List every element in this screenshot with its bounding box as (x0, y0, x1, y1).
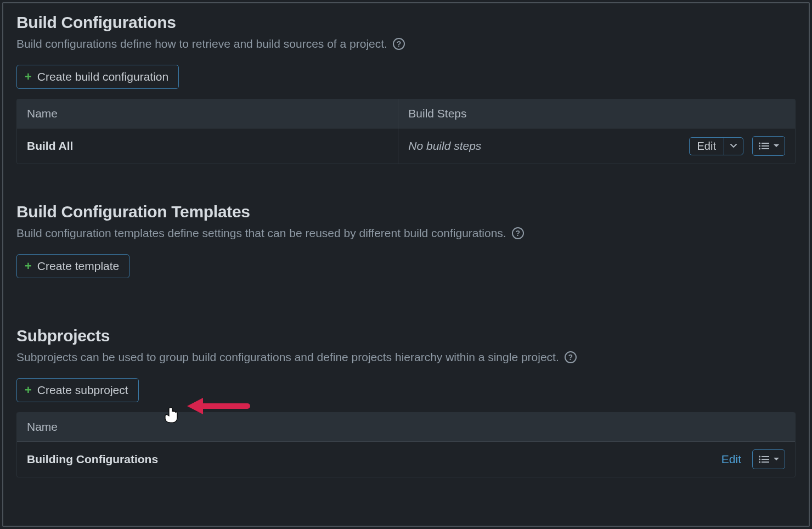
table-row: Build All No build steps Edit (17, 128, 796, 164)
caret-down-icon (774, 457, 779, 462)
build-configurations-title: Build Configurations (16, 13, 796, 32)
svg-point-0 (759, 142, 760, 144)
table-row: Building Configurations Edit (17, 442, 796, 477)
svg-rect-7 (762, 456, 769, 457)
create-subproject-button[interactable]: + Create subproject (16, 378, 139, 402)
list-icon (758, 139, 769, 153)
templates-desc: Build configuration templates define set… (16, 227, 506, 240)
edit-split-button[interactable]: Edit (689, 137, 743, 155)
chevron-down-icon (730, 143, 737, 149)
caret-down-icon (774, 144, 779, 148)
subprojects-title: Subprojects (16, 327, 796, 345)
edit-button[interactable]: Edit (690, 138, 724, 155)
create-build-configuration-button[interactable]: + Create build configuration (16, 65, 179, 89)
help-icon[interactable]: ? (393, 38, 405, 50)
svg-rect-5 (762, 148, 769, 149)
column-header-build-steps: Build Steps (398, 99, 796, 128)
help-icon[interactable]: ? (512, 227, 524, 239)
build-configurations-table: Name Build Steps Build All No build step… (16, 99, 796, 164)
svg-rect-11 (762, 462, 769, 463)
subprojects-desc: Subprojects can be used to group build c… (16, 351, 559, 364)
create-build-configuration-label: Create build configuration (37, 70, 168, 83)
templates-title: Build Configuration Templates (16, 202, 796, 221)
svg-point-2 (759, 145, 760, 147)
plus-icon: + (25, 71, 32, 83)
svg-point-10 (759, 461, 760, 463)
help-icon[interactable]: ? (565, 351, 577, 363)
plus-icon: + (25, 260, 32, 272)
svg-point-4 (759, 148, 760, 149)
build-configurations-section: Build Configurations Build configuration… (16, 13, 796, 164)
reorder-menu-button[interactable] (752, 449, 785, 469)
create-template-button[interactable]: + Create template (16, 254, 129, 278)
create-subproject-label: Create subproject (37, 384, 128, 397)
subprojects-section: Subprojects Subprojects can be used to g… (16, 327, 796, 477)
subproject-name[interactable]: Building Configurations (27, 453, 158, 466)
reorder-menu-button[interactable] (752, 136, 785, 156)
edit-link[interactable]: Edit (721, 453, 741, 466)
plus-icon: + (25, 384, 32, 396)
edit-dropdown-caret[interactable] (724, 138, 743, 155)
svg-point-8 (759, 458, 760, 460)
svg-point-6 (759, 455, 760, 457)
create-template-label: Create template (37, 260, 119, 273)
svg-rect-3 (762, 145, 769, 147)
build-configurations-desc: Build configurations define how to retri… (16, 37, 387, 50)
list-icon (758, 453, 769, 466)
build-config-name[interactable]: Build All (27, 139, 73, 152)
build-steps-value: No build steps (408, 139, 481, 153)
column-header-name: Name (17, 99, 398, 128)
subprojects-table: Name Building Configurations Edit (16, 412, 796, 477)
templates-section: Build Configuration Templates Build conf… (16, 202, 796, 288)
svg-rect-1 (762, 143, 769, 144)
svg-rect-9 (762, 459, 769, 460)
column-header-name: Name (17, 413, 796, 442)
